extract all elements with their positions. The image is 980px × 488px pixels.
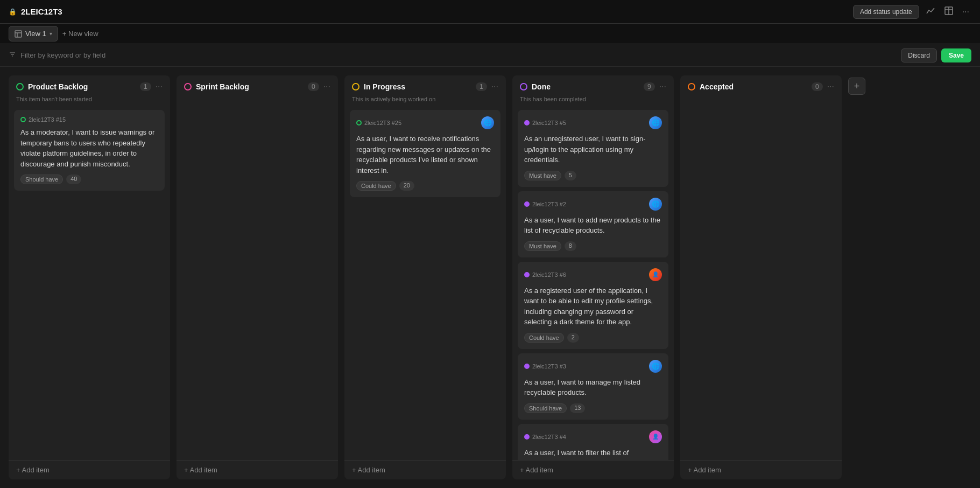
column-count: 9	[644, 82, 655, 91]
svg-rect-3	[15, 31, 22, 37]
column-title: In Progress	[364, 82, 471, 91]
card[interactable]: 2leic12T3 #6 👤 As a registered user of t…	[518, 262, 668, 349]
avatar: 🌐	[649, 360, 662, 373]
column-menu-button[interactable]: ···	[323, 82, 330, 92]
card-id: 2leic12T3 #2	[524, 201, 566, 207]
view1-tab[interactable]: View 1 ▾	[9, 26, 58, 41]
card[interactable]: 2leic12T3 #5 🌐 As an unregistered user, …	[518, 110, 668, 187]
card-id: 2leic12T3 #25	[356, 120, 401, 126]
card-id: 2leic12T3 #4	[524, 434, 566, 440]
column-subtitle: This item hasn't been started	[9, 96, 170, 108]
filter-input[interactable]	[20, 51, 897, 59]
column-cards	[680, 96, 842, 460]
card[interactable]: 2leic12T3 #3 🌐 As a user, I want to mana…	[518, 353, 668, 420]
avatar: 👤	[649, 268, 662, 281]
discard-button[interactable]: Discard	[901, 48, 937, 62]
card-tag-count: 13	[570, 403, 585, 413]
column-menu-button[interactable]: ···	[491, 82, 498, 92]
card[interactable]: 2leic12T3 #15 As a moderator, I want to …	[14, 110, 165, 191]
add-item-button[interactable]: + Add item	[688, 466, 721, 474]
view1-tab-label: View 1	[25, 30, 46, 38]
card-body: As a registered user of the application,…	[524, 285, 662, 327]
top-bar: 🔒 2LEIC12T3 Add status update ···	[0, 0, 980, 24]
card-tag: Could have	[524, 333, 564, 343]
card-tag: Could have	[356, 181, 396, 191]
column-count: 1	[140, 82, 151, 91]
tab-bar: View 1 ▾ + New view	[0, 24, 980, 44]
new-view-button[interactable]: + New view	[62, 30, 98, 38]
column-status-dot	[520, 83, 527, 90]
column-product-backlog: Product Backlog 1 ··· This item hasn't b…	[9, 75, 170, 479]
column-status-dot	[16, 83, 24, 90]
lock-icon: 🔒	[9, 8, 17, 16]
column-sprint-backlog: Sprint Backlog 0 ··· + Add item	[177, 75, 338, 479]
add-item-button[interactable]: + Add item	[520, 466, 553, 474]
filter-bar: Discard Save	[0, 44, 980, 67]
column-cards	[177, 96, 338, 460]
card[interactable]: 2leic12T3 #2 🌐 As a user, I want to add …	[518, 191, 668, 257]
column-done: Done 9 ··· This has been completed 2leic…	[512, 75, 674, 479]
add-status-button[interactable]: Add status update	[853, 5, 919, 19]
column-title: Accepted	[700, 82, 807, 91]
card-id: 2leic12T3 #5	[524, 120, 566, 126]
card-tag: Must have	[524, 241, 561, 251]
add-item-button[interactable]: + Add item	[352, 466, 385, 474]
add-column-button[interactable]: +	[848, 78, 865, 95]
card-id: 2leic12T3 #6	[524, 271, 566, 278]
avatar: 🌐	[649, 198, 662, 211]
column-in-progress: In Progress 1 ··· This is actively being…	[344, 75, 506, 479]
card[interactable]: 2leic12T3 #4 👤 As a user, I want to filt…	[518, 424, 668, 461]
card-tag-count: 40	[66, 175, 81, 184]
column-accepted: Accepted 0 ··· + Add item	[680, 75, 842, 479]
column-status-dot	[352, 83, 359, 90]
view1-chevron-icon: ▾	[50, 31, 52, 37]
column-subtitle: This has been completed	[512, 96, 674, 108]
column-menu-button[interactable]: ···	[827, 82, 834, 92]
card-tag: Should have	[524, 403, 567, 413]
avatar: 👤	[649, 430, 662, 443]
card-tag-count: 2	[567, 333, 579, 343]
avatar: 🌐	[649, 116, 662, 129]
add-item-button[interactable]: + Add item	[184, 466, 217, 474]
avatar: 🌐	[481, 116, 494, 129]
card[interactable]: 2leic12T3 #25 🌐 As a user, I want to rec…	[350, 110, 500, 197]
card-tag: Should have	[20, 175, 63, 184]
column-title: Product Backlog	[28, 82, 136, 91]
save-button[interactable]: Save	[941, 48, 971, 62]
card-tag: Must have	[524, 171, 561, 180]
column-count: 0	[812, 82, 823, 91]
column-count: 1	[476, 82, 487, 91]
column-cards: 2leic12T3 #5 🌐 As an unregistered user, …	[512, 108, 674, 460]
card-body: As a user, I want to add new products to…	[524, 215, 662, 236]
card-body: As a user, I want to filter the list of …	[524, 448, 662, 461]
filter-icon	[9, 51, 16, 60]
column-cards: 2leic12T3 #25 🌐 As a user, I want to rec…	[344, 108, 506, 460]
add-item-button[interactable]: + Add item	[16, 466, 50, 474]
column-menu-button[interactable]: ···	[659, 82, 666, 92]
card-id: 2leic12T3 #3	[524, 363, 566, 370]
column-status-dot	[184, 83, 192, 90]
card-body: As an unregistered user, I want to sign-…	[524, 134, 662, 165]
column-status-dot	[688, 83, 695, 90]
card-tag-count: 20	[399, 181, 414, 191]
card-tag-count: 5	[565, 171, 576, 180]
more-options-button[interactable]: ···	[960, 5, 971, 19]
project-title: 2LEIC12T3	[21, 7, 62, 16]
card-tag-count: 8	[565, 241, 576, 251]
board: Product Backlog 1 ··· This item hasn't b…	[0, 67, 980, 488]
column-title: Sprint Backlog	[196, 82, 304, 91]
column-cards: 2leic12T3 #15 As a moderator, I want to …	[9, 108, 170, 460]
column-subtitle: This is actively being worked on	[344, 96, 506, 108]
column-count: 0	[308, 82, 319, 91]
card-body: As a user, I want to manage my listed re…	[524, 377, 662, 398]
card-body: As a user, I want to receive notificatio…	[356, 134, 494, 176]
table-icon-button[interactable]	[942, 4, 956, 20]
column-title: Done	[532, 82, 639, 91]
chart-icon-button[interactable]	[923, 4, 937, 20]
column-menu-button[interactable]: ···	[156, 82, 163, 92]
card-body: As a moderator, I want to issue warnings…	[20, 127, 158, 169]
card-id: 2leic12T3 #15	[20, 116, 66, 123]
